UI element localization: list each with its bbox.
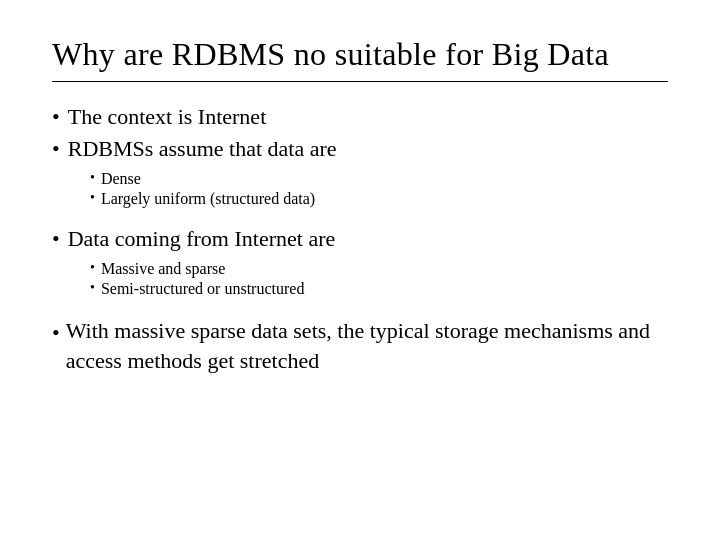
- title-divider: [52, 81, 668, 82]
- bullet-1: • The context is Internet: [52, 104, 668, 130]
- subbullet-2-1-text: Dense: [101, 170, 141, 188]
- bullet-1-text: The context is Internet: [68, 104, 267, 130]
- bullet-4-dot: •: [52, 318, 60, 348]
- subbullet-3-2-dot: •: [90, 280, 95, 296]
- subbullet-2-1-dot: •: [90, 170, 95, 186]
- subbullet-3-1: • Massive and sparse: [90, 260, 668, 278]
- subbullet-2-1: • Dense: [90, 170, 668, 188]
- bullet-4: • With massive sparse data sets, the typ…: [52, 316, 668, 375]
- subbullet-3-2-text: Semi-structured or unstructured: [101, 280, 305, 298]
- bullet-2-subbullets: • Dense • Largely uniform (structured da…: [90, 170, 668, 210]
- bullet-3: • Data coming from Internet are: [52, 226, 668, 252]
- slide-title: Why are RDBMS no suitable for Big Data: [52, 36, 668, 73]
- bullet-2-text: RDBMSs assume that data are: [68, 136, 337, 162]
- bullet-4-text: With massive sparse data sets, the typic…: [66, 316, 668, 375]
- bullet-3-dot: •: [52, 226, 60, 252]
- bullet-3-text: Data coming from Internet are: [68, 226, 336, 252]
- slide-content: • The context is Internet • RDBMSs assum…: [52, 104, 668, 375]
- slide: Why are RDBMS no suitable for Big Data •…: [0, 0, 720, 540]
- subbullet-2-2: • Largely uniform (structured data): [90, 190, 668, 208]
- subbullet-3-2: • Semi-structured or unstructured: [90, 280, 668, 298]
- bullet-2: • RDBMSs assume that data are: [52, 136, 668, 162]
- bullet-2-dot: •: [52, 136, 60, 162]
- subbullet-3-1-dot: •: [90, 260, 95, 276]
- subbullet-3-1-text: Massive and sparse: [101, 260, 225, 278]
- bullet-1-dot: •: [52, 104, 60, 130]
- bullet-3-subbullets: • Massive and sparse • Semi-structured o…: [90, 260, 668, 300]
- subbullet-2-2-text: Largely uniform (structured data): [101, 190, 315, 208]
- subbullet-2-2-dot: •: [90, 190, 95, 206]
